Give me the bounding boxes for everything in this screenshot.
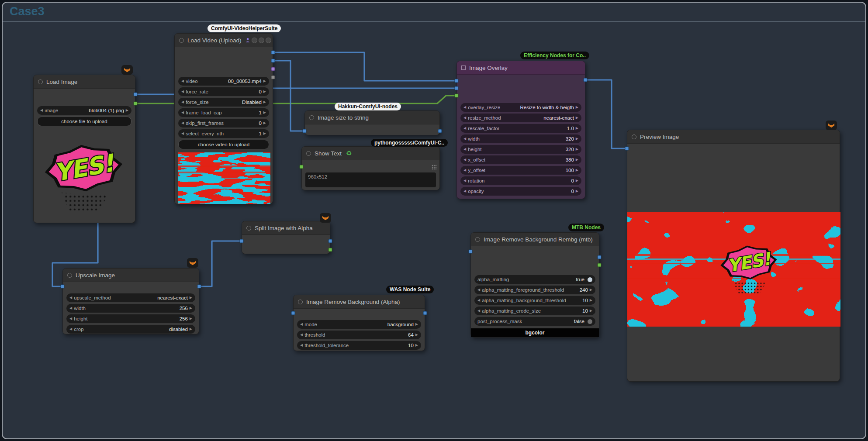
collapse-dot-icon[interactable] xyxy=(475,237,480,242)
height-widget[interactable]: height 320 xyxy=(460,145,581,154)
prev-arrow-icon[interactable] xyxy=(463,106,466,109)
choose-video-button[interactable]: choose video to upload xyxy=(178,140,269,149)
show-text-output[interactable]: 960x512 xyxy=(305,172,436,187)
node-title-bar[interactable]: Image Remove Background Rembg (mtb) xyxy=(471,233,599,246)
y-offset-widget[interactable]: y_offset 100 xyxy=(460,166,581,175)
next-arrow-icon[interactable] xyxy=(190,307,192,310)
collapse-dot-icon[interactable] xyxy=(67,273,72,278)
prev-arrow-icon[interactable] xyxy=(69,296,72,300)
frame-load-cap-widget[interactable]: frame_load_cap 1 xyxy=(178,108,269,117)
next-arrow-icon[interactable] xyxy=(415,344,418,347)
grid-handle-icon[interactable] xyxy=(431,164,437,170)
alpha-matting-background-threshold-widget[interactable]: alpha_matting_background_threshold 10 xyxy=(474,296,595,305)
slot-split-in-image[interactable] xyxy=(240,239,244,243)
slot-show-text-in[interactable] xyxy=(300,165,304,169)
prev-arrow-icon[interactable] xyxy=(477,309,480,313)
node-upscale-image[interactable]: Upscale Image upscale_method nearest-exa… xyxy=(62,268,199,334)
node-show-text[interactable]: Show Text ♻ 960x512 xyxy=(301,146,440,190)
prev-arrow-icon[interactable] xyxy=(463,169,466,172)
next-arrow-icon[interactable] xyxy=(590,309,592,313)
next-arrow-icon[interactable] xyxy=(263,90,266,93)
info-icon[interactable] xyxy=(259,38,264,43)
rotation-widget[interactable]: rotation 0 xyxy=(460,176,581,185)
node-image-overlay[interactable]: Image Overlay overlay_resize Resize to w… xyxy=(456,61,585,199)
force-size-widget[interactable]: force_size Disabled xyxy=(178,98,269,107)
next-arrow-icon[interactable] xyxy=(576,158,578,162)
prev-arrow-icon[interactable] xyxy=(300,323,303,326)
slot-remove-bg-alpha-out[interactable] xyxy=(423,311,427,315)
opacity-widget[interactable]: opacity 0 xyxy=(460,187,581,196)
slot-load-video-out-image[interactable] xyxy=(271,51,275,55)
prev-arrow-icon[interactable] xyxy=(463,148,466,151)
x-offset-widget[interactable]: x_offset 380 xyxy=(460,155,581,164)
alpha-matting-toggle[interactable]: alpha_matting true xyxy=(474,275,595,284)
image-file-widget[interactable]: image blob004 (1).png xyxy=(37,106,131,115)
crop-widget[interactable]: crop disabled xyxy=(66,325,195,334)
node-title-bar[interactable]: Split Image with Alpha xyxy=(242,221,330,235)
slot-rembg-in-image[interactable] xyxy=(469,250,473,254)
prev-arrow-icon[interactable] xyxy=(69,327,72,331)
next-arrow-icon[interactable] xyxy=(576,169,578,172)
node-title-bar[interactable]: Load Video (Upload) xyxy=(175,34,273,47)
next-arrow-icon[interactable] xyxy=(576,137,578,141)
next-arrow-icon[interactable] xyxy=(263,79,266,83)
slot-rembg-out-image[interactable] xyxy=(598,255,602,259)
alpha-matting-foreground-threshold-widget[interactable]: alpha_matting_foreground_threshold 240 xyxy=(474,286,595,294)
bgcolor-button[interactable]: bgcolor xyxy=(471,328,599,337)
prev-arrow-icon[interactable] xyxy=(181,90,184,93)
slot-load-video-out-video-info[interactable] xyxy=(271,76,275,79)
height-widget[interactable]: height 256 xyxy=(66,314,195,323)
prev-arrow-icon[interactable] xyxy=(463,179,466,183)
next-arrow-icon[interactable] xyxy=(190,317,192,320)
node-graph-canvas[interactable]: Case3 Load Image image blob004 (1).png c… xyxy=(2,2,866,439)
next-arrow-icon[interactable] xyxy=(263,132,266,135)
prev-arrow-icon[interactable] xyxy=(181,100,184,104)
node-image-size-to-string[interactable]: Image size to string xyxy=(304,110,440,135)
slot-preview-in-image[interactable] xyxy=(625,147,629,151)
node-load-image[interactable]: Load Image image blob004 (1).png choose … xyxy=(33,75,135,223)
next-arrow-icon[interactable] xyxy=(576,106,578,109)
collapse-dot-icon[interactable] xyxy=(179,38,184,43)
slot-rembg-out-mask[interactable] xyxy=(598,263,602,267)
select-every-nth-widget[interactable]: select_every_nth 1 xyxy=(178,129,269,138)
node-title-bar[interactable]: Load Image xyxy=(34,75,135,89)
next-arrow-icon[interactable] xyxy=(263,111,266,114)
choose-file-button[interactable]: choose file to upload xyxy=(37,117,131,126)
next-arrow-icon[interactable] xyxy=(415,333,418,337)
slot-image-size-out[interactable] xyxy=(438,129,442,133)
slot-load-image-out-mask[interactable] xyxy=(134,102,138,106)
node-title-bar[interactable]: Preview Image xyxy=(627,130,840,144)
slot-overlay-in-overlay-image[interactable] xyxy=(455,86,459,90)
collapse-dot-icon[interactable] xyxy=(246,226,251,231)
slot-overlay-in-base-image[interactable] xyxy=(455,79,459,83)
threshold-widget[interactable]: threshold 64 xyxy=(297,331,421,339)
resize-method-widget[interactable]: resize_method nearest-exact xyxy=(460,114,581,122)
node-split-image-alpha[interactable]: Split Image with Alpha xyxy=(242,221,330,254)
next-arrow-icon[interactable] xyxy=(576,189,578,193)
node-remove-background-rembg[interactable]: Image Remove Background Rembg (mtb) alph… xyxy=(470,232,599,338)
collapse-dot-icon[interactable] xyxy=(306,151,311,156)
slot-upscale-out-image[interactable] xyxy=(197,285,201,289)
prev-arrow-icon[interactable] xyxy=(477,299,480,302)
next-arrow-icon[interactable] xyxy=(190,327,192,331)
force-rate-widget[interactable]: force_rate 0 xyxy=(178,87,269,96)
alpha-matting-erode-size-widget[interactable]: alpha_matting_erode_size 10 xyxy=(474,307,595,315)
info-icon[interactable] xyxy=(266,38,271,43)
collapse-dot-icon[interactable] xyxy=(309,115,314,120)
node-title-bar[interactable]: Upscale Image xyxy=(63,269,199,282)
prev-arrow-icon[interactable] xyxy=(300,333,303,337)
prev-arrow-icon[interactable] xyxy=(463,158,466,162)
next-arrow-icon[interactable] xyxy=(263,100,266,104)
overlay-resize-widget[interactable]: overlay_resize Resize to width & heigth xyxy=(460,103,581,112)
next-arrow-icon[interactable] xyxy=(263,121,266,125)
collapse-box-icon[interactable] xyxy=(461,65,466,70)
next-arrow-icon[interactable] xyxy=(126,109,128,112)
slot-image-size-in[interactable] xyxy=(303,129,307,133)
upscale-method-widget[interactable]: upscale_method nearest-exact xyxy=(66,293,195,302)
width-widget[interactable]: width 256 xyxy=(66,304,195,313)
next-arrow-icon[interactable] xyxy=(576,148,578,151)
next-arrow-icon[interactable] xyxy=(590,299,592,302)
prev-arrow-icon[interactable] xyxy=(181,111,184,114)
node-remove-background-alpha[interactable]: Image Remove Background (Alpha) mode bac… xyxy=(293,295,425,351)
slot-split-out-alpha[interactable] xyxy=(329,248,332,252)
